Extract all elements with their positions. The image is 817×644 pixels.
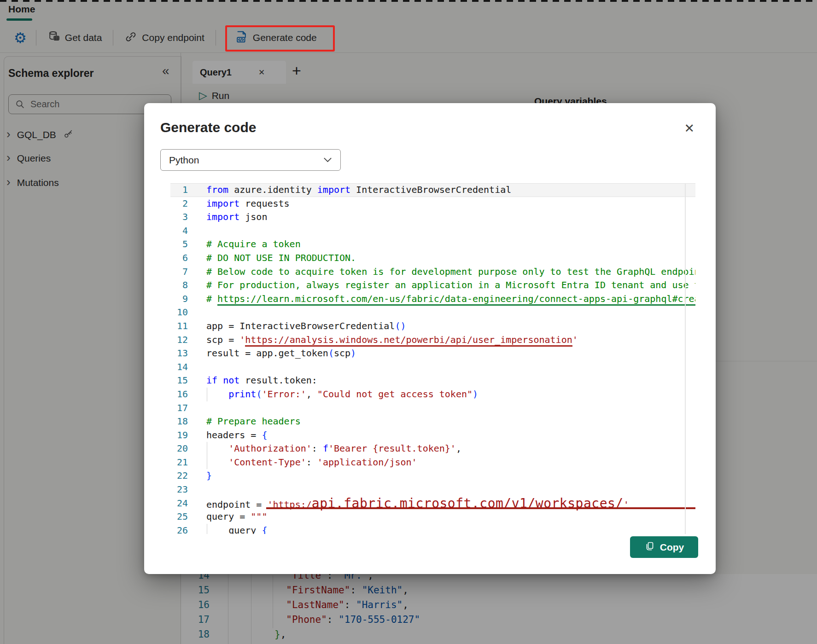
annotation-highlight-box xyxy=(225,25,335,52)
code-line: 5# Acquire a token xyxy=(170,238,695,251)
code-line: 8# For production, always register an ap… xyxy=(170,278,695,292)
code-line: 13result = app.get_token(scp) xyxy=(170,347,695,360)
redacted-url-underline xyxy=(266,507,695,509)
code-line: 22} xyxy=(170,469,695,483)
code-line: 25query = """ xyxy=(170,510,695,524)
code-line: 26 query { xyxy=(170,524,695,534)
line-number: 5 xyxy=(170,238,188,251)
code-line: 9# https://learn.microsoft.com/en-us/fab… xyxy=(170,292,695,306)
line-number: 17 xyxy=(170,401,188,415)
line-content: # Acquire a token xyxy=(206,238,695,251)
code-line: 14 xyxy=(170,360,695,374)
line-number: 21 xyxy=(170,456,188,470)
code-line: 1from azure.identity import InteractiveB… xyxy=(170,183,695,197)
line-number: 13 xyxy=(170,347,188,360)
line-number: 6 xyxy=(170,251,188,265)
line-content: # Below code to acquire token is for dev… xyxy=(206,265,695,279)
code-line: 23 xyxy=(170,483,695,497)
line-number: 22 xyxy=(170,469,188,483)
line-number: 1 xyxy=(170,183,188,197)
line-content: query { xyxy=(206,524,695,534)
line-content: # https://learn.microsoft.com/en-us/fabr… xyxy=(206,292,695,306)
code-line: 19headers = { xyxy=(170,429,695,442)
code-line: 11app = InteractiveBrowserCredential() xyxy=(170,319,695,333)
line-number: 12 xyxy=(170,333,188,347)
line-number: 10 xyxy=(170,306,188,319)
code-line: 3import json xyxy=(170,210,695,224)
line-number: 23 xyxy=(170,483,188,497)
code-line: 2import requests xyxy=(170,197,695,211)
line-content: headers = { xyxy=(206,429,695,442)
line-number: 19 xyxy=(170,429,188,442)
line-number: 14 xyxy=(170,360,188,374)
line-content: query = """ xyxy=(206,510,695,524)
line-number: 9 xyxy=(170,292,188,306)
line-content: 'Authorization': f'Bearer {result.token}… xyxy=(206,442,695,456)
line-number: 24 xyxy=(170,497,188,511)
line-number: 15 xyxy=(170,374,188,388)
code-line: 18# Prepare headers xyxy=(170,415,695,429)
line-number: 11 xyxy=(170,319,188,333)
code-line: 7# Below code to acquire token is for de… xyxy=(170,265,695,279)
line-content: result = app.get_token(scp) xyxy=(206,347,695,360)
line-number: 4 xyxy=(170,224,188,238)
code-line: 15if not result.token: xyxy=(170,374,695,388)
language-selected: Python xyxy=(169,155,199,166)
line-content xyxy=(206,401,695,415)
line-content: # For production, always register an app… xyxy=(206,278,695,292)
line-content: endpoint = 'https:/api.fabric.microsoft.… xyxy=(206,497,695,511)
code-line: 4 xyxy=(170,224,695,238)
line-content: import json xyxy=(206,210,695,224)
line-content: 'Content-Type': 'application/json' xyxy=(206,456,695,470)
line-content: import requests xyxy=(206,197,695,211)
copy-button[interactable]: Copy xyxy=(630,536,698,558)
line-number: 20 xyxy=(170,442,188,456)
line-number: 16 xyxy=(170,388,188,401)
line-number: 25 xyxy=(170,510,188,524)
code-line: 17 xyxy=(170,401,695,415)
app-window: Home ⚙ Get data xyxy=(0,0,817,644)
line-content: print('Error:', "Could not get access to… xyxy=(206,388,695,401)
line-number: 7 xyxy=(170,265,188,279)
line-content: } xyxy=(206,469,695,483)
chevron-down-icon xyxy=(323,157,332,163)
code-editor[interactable]: 1from azure.identity import InteractiveB… xyxy=(170,183,695,534)
code-line: 10 xyxy=(170,306,695,319)
code-line: 16 print('Error:', "Could not get access… xyxy=(170,388,695,401)
line-content: # DO NOT USE IN PRODUCTION. xyxy=(206,251,695,265)
line-number: 2 xyxy=(170,197,188,211)
code-line: 24endpoint = 'https:/api.fabric.microsof… xyxy=(170,497,695,511)
dialog-title: Generate code xyxy=(160,120,256,135)
code-line: 6# DO NOT USE IN PRODUCTION. xyxy=(170,251,695,265)
line-number: 8 xyxy=(170,278,188,292)
line-content xyxy=(206,483,695,497)
line-content: from azure.identity import InteractiveBr… xyxy=(206,183,695,197)
code-line: 21 'Content-Type': 'application/json' xyxy=(170,456,695,470)
copy-icon xyxy=(644,541,655,553)
line-number: 18 xyxy=(170,415,188,429)
generate-code-dialog: Generate code ✕ Python 1from azure.ident… xyxy=(144,103,716,574)
line-content: if not result.token: xyxy=(206,374,695,388)
copy-button-label: Copy xyxy=(660,542,684,553)
line-number: 26 xyxy=(170,524,188,534)
dialog-close-icon[interactable]: ✕ xyxy=(684,122,694,135)
screenshot-dashed-border xyxy=(0,0,817,2)
code-scrollbar-track[interactable] xyxy=(685,183,686,534)
language-dropdown[interactable]: Python xyxy=(160,149,341,171)
code-line: 12scp = 'https://analysis.windows.net/po… xyxy=(170,333,695,347)
line-content xyxy=(206,360,695,374)
line-content xyxy=(206,224,695,238)
line-content: scp = 'https://analysis.windows.net/powe… xyxy=(206,333,695,347)
line-number: 3 xyxy=(170,210,188,224)
code-line: 20 'Authorization': f'Bearer {result.tok… xyxy=(170,442,695,456)
line-content: app = InteractiveBrowserCredential() xyxy=(206,319,695,333)
line-content xyxy=(206,306,695,319)
line-content: # Prepare headers xyxy=(206,415,695,429)
